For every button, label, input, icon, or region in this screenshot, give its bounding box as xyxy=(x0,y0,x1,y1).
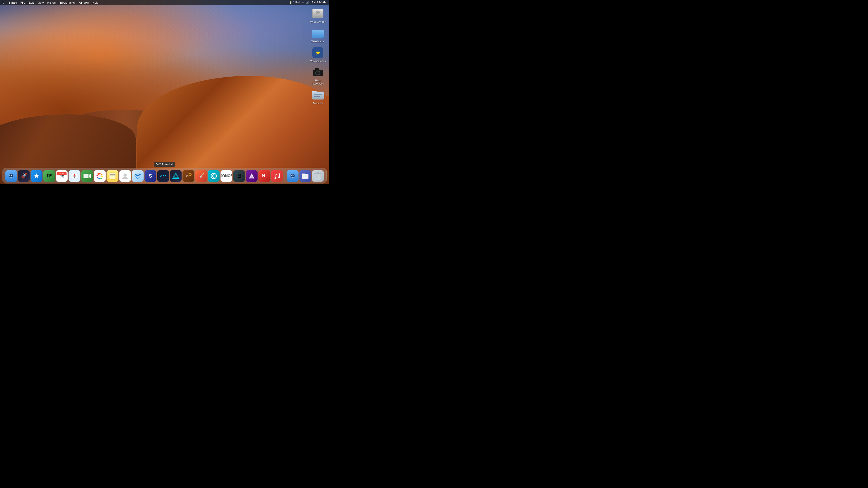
battery-indicator: 🔋 119% xyxy=(288,1,301,4)
dock-item-finder2[interactable] xyxy=(287,170,299,182)
menubar-right: 🔋 119% ≈ 🔊 Sat 8:24 AM xyxy=(288,1,329,4)
dock-item-motion[interactable] xyxy=(208,170,220,182)
dock-item-maps[interactable]: 🗺 xyxy=(43,170,55,182)
dock-item-calendar[interactable]: SUN 29 xyxy=(56,170,68,182)
svg-point-25 xyxy=(11,175,12,176)
history-menu[interactable]: History xyxy=(45,0,58,5)
desktop-icon-mac-upgrades[interactable]: ★ Mac upgrades xyxy=(309,46,327,64)
desktop-icon-warehouse[interactable]: Warehouse xyxy=(309,26,327,44)
dock-item-dxo-photolab[interactable]: PL xyxy=(183,170,194,182)
dock-item-screencast[interactable]: 🖥 xyxy=(233,170,245,182)
warehouse-icon xyxy=(312,27,324,39)
svg-rect-18 xyxy=(314,94,322,95)
svg-point-3 xyxy=(317,12,318,13)
menubar-left:  Safari File Edit View History Bookmark… xyxy=(0,0,100,5)
dune-mid xyxy=(0,114,135,171)
macintosh-hd-label: Macintosh HD xyxy=(310,20,326,24)
apple-menu[interactable]:  xyxy=(0,0,7,5)
dock-item-grapher[interactable] xyxy=(157,170,169,182)
help-menu[interactable]: Help xyxy=(91,0,100,5)
screencast-icon: 🖥 xyxy=(233,170,245,182)
dock-item-trash[interactable] xyxy=(312,170,324,182)
svg-rect-6 xyxy=(312,30,324,37)
dock-item-sonos[interactable]: SONOS xyxy=(221,170,232,182)
sonos-icon: SONOS xyxy=(221,170,232,182)
dock-item-screenflow[interactable]: S xyxy=(145,170,156,182)
trash-icon xyxy=(312,170,324,182)
volume-indicator: 🔊 xyxy=(305,1,310,4)
svg-point-47 xyxy=(137,178,138,179)
svg-point-57 xyxy=(278,176,280,178)
svg-text:N: N xyxy=(262,173,266,178)
photo-resources-icon xyxy=(312,66,324,78)
view-menu[interactable]: View xyxy=(35,0,45,5)
svg-point-35 xyxy=(101,174,102,175)
svg-point-38 xyxy=(98,178,100,180)
contacts-icon xyxy=(119,170,131,182)
desktop-icon-macintosh-hd[interactable]: Macintosh HD xyxy=(309,7,327,24)
app-name-menu[interactable]: Safari xyxy=(7,0,19,5)
wifi-icon xyxy=(132,170,144,182)
svg-point-24 xyxy=(9,175,10,176)
notes-icon xyxy=(107,170,119,182)
dock-item-appstore[interactable] xyxy=(31,170,42,182)
dock-item-notes[interactable] xyxy=(107,170,119,182)
dune-main xyxy=(137,76,329,171)
svg-rect-31 xyxy=(84,174,89,178)
svg-point-61 xyxy=(293,175,293,176)
svg-point-56 xyxy=(275,177,276,179)
news-icon: N xyxy=(258,170,270,182)
svg-point-60 xyxy=(291,175,292,176)
dock-item-pixelmator[interactable] xyxy=(246,170,258,182)
dock-item-wifi[interactable] xyxy=(132,170,144,182)
dock: 🚀 🗺 SUN 29 xyxy=(2,168,327,184)
edit-menu[interactable]: Edit xyxy=(27,0,35,5)
dock-item-launchpad[interactable]: 🚀 xyxy=(18,170,30,182)
svg-marker-49 xyxy=(174,174,178,177)
dock-item-files[interactable] xyxy=(300,170,311,182)
mac-upgrades-label: Mac upgrades xyxy=(310,59,326,63)
appstore-icon xyxy=(31,170,42,182)
instruments-icon: 🎸 xyxy=(195,170,207,182)
dock-item-news[interactable]: N xyxy=(258,170,270,182)
dock-separator xyxy=(285,170,285,181)
svg-point-14 xyxy=(317,72,317,72)
dock-item-music[interactable] xyxy=(271,170,283,182)
dock-item-facetime[interactable] xyxy=(81,170,93,182)
svg-point-34 xyxy=(99,173,101,175)
mac-upgrades-icon: ★ xyxy=(312,47,324,59)
dock-item-contacts[interactable] xyxy=(119,170,131,182)
grapher-icon xyxy=(157,170,169,182)
svg-point-54 xyxy=(213,175,214,176)
svg-point-40 xyxy=(96,175,98,176)
svg-rect-63 xyxy=(302,173,305,175)
motion-icon xyxy=(208,170,220,182)
datetime[interactable]: Sat 8:24 AM xyxy=(311,1,327,4)
calendar-icon: SUN 29 xyxy=(56,170,68,182)
finder2-icon xyxy=(287,170,299,182)
photo-resources-label: Photo Resources xyxy=(310,79,326,86)
dxo-photolab-icon: PL xyxy=(183,170,194,182)
menubar:  Safari File Edit View History Bookmark… xyxy=(0,0,329,5)
svg-point-41 xyxy=(97,173,99,175)
files-icon xyxy=(300,170,311,182)
accounts-icon xyxy=(312,89,324,101)
desktop-icon-photo-resources[interactable]: Photo Resources xyxy=(309,65,327,86)
facetime-icon xyxy=(81,170,93,182)
desktop-icon-accounts[interactable]: Accounts xyxy=(309,88,327,105)
macintosh-hd-icon xyxy=(312,8,324,20)
svg-point-46 xyxy=(124,173,127,177)
file-menu[interactable]: File xyxy=(19,0,27,5)
dock-item-dxo-viewpoint[interactable] xyxy=(170,170,182,182)
dock-item-instruments[interactable]: 🎸 xyxy=(195,170,207,182)
desktop-icons-container: Macintosh HD Warehouse ★ xyxy=(309,7,327,106)
svg-text:★: ★ xyxy=(315,49,321,56)
warehouse-label: Warehouse xyxy=(311,40,324,43)
bookmarks-menu[interactable]: Bookmarks xyxy=(58,0,76,5)
dock-item-finder[interactable] xyxy=(5,170,17,182)
dock-item-safari[interactable] xyxy=(69,170,81,182)
dock-item-photos[interactable] xyxy=(94,170,106,182)
svg-point-13 xyxy=(317,72,319,74)
window-menu[interactable]: Window xyxy=(76,0,91,5)
pixelmator-icon xyxy=(246,170,258,182)
